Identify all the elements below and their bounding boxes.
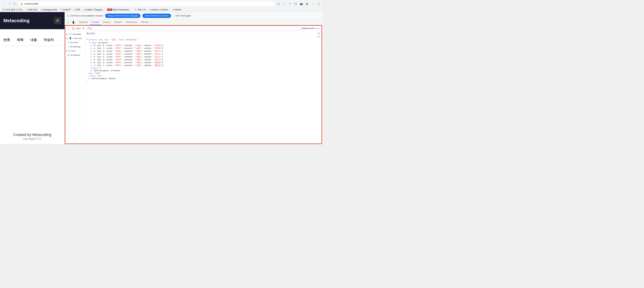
- forward-button[interactable]: →: [7, 1, 12, 6]
- body-array-line[interactable]: ▼ body: Array(8): [85, 42, 322, 44]
- verbose-label: No verbose: [70, 54, 80, 56]
- context-selector[interactable]: top ▾: [76, 27, 80, 30]
- clear-console[interactable]: 🚫: [71, 26, 75, 30]
- array-item-6[interactable]: ▶ 6: {id: 2, title: '제목2', content: '내용2…: [85, 61, 322, 64]
- array-item-5[interactable]: ▶ 5: {id: 3, title: '제목3', content: '내용3…: [85, 58, 322, 61]
- mobile-icon[interactable]: 📱: [71, 20, 76, 25]
- msg-value: "성공": [94, 72, 101, 74]
- sidebar-user-messages[interactable]: ▶ 👤 2 user mes...: [65, 36, 85, 40]
- inspector-icon[interactable]: ⬚: [66, 20, 70, 25]
- bookmark-github[interactable]: ⊙ GitHub: [172, 8, 183, 12]
- tab-elements[interactable]: Elements: [77, 20, 90, 25]
- bookmark-label: kdit-2024: [29, 9, 37, 11]
- item-6-text: 6: {id: 2, title: '제목2', content: '내용2',…: [94, 61, 163, 64]
- expand-btn-5[interactable]: ▶: [91, 59, 92, 61]
- info-icon: ℹ: [68, 14, 68, 18]
- sidebar-warnings[interactable]: △ No warnings: [65, 45, 85, 49]
- bookmark-icon[interactable]: ☆: [282, 1, 286, 6]
- expand-btn-3[interactable]: ▶: [91, 53, 92, 55]
- playground-icon: ⬡: [84, 9, 85, 11]
- bookmark-chatgpt[interactable]: ✦ ChatGPT: [59, 8, 72, 12]
- length-line: length: 8: [85, 67, 322, 69]
- bookmark-playground[interactable]: ⬡ Untitled - Playgrou...: [82, 8, 105, 12]
- console-prompt[interactable]: ›: [85, 80, 322, 83]
- hamburger-button[interactable]: ☰: [54, 17, 61, 24]
- tab-memory[interactable]: Memory: [139, 20, 150, 25]
- array-item-7[interactable]: ▶ 7: {id: 1, title: '제목1', content: '내용1…: [85, 64, 322, 67]
- levels-selector[interactable]: Default levels ▾: [302, 27, 315, 30]
- expand-btn-0[interactable]: ▶: [91, 45, 92, 47]
- expand-btn-body[interactable]: ▼: [89, 42, 90, 44]
- sidebar-info[interactable]: ▶ ℹ 2 info: [65, 49, 85, 53]
- bookmark-maven[interactable]: MVN Maven Repository:...: [106, 8, 132, 12]
- expand-btn-1[interactable]: ▶: [91, 48, 92, 49]
- prototype-obj-line[interactable]: ▶ [[Prototype]]: Object: [85, 77, 322, 80]
- address-bar[interactable]: 🔒 localhost:8080: [18, 1, 275, 6]
- tab-console[interactable]: Console: [90, 20, 101, 25]
- bookmark-naver[interactable]: N 스프링 블로그 프로...: [1, 8, 25, 12]
- sidebar-toggle[interactable]: ⬚: [66, 26, 70, 30]
- ryuten-icon: ●: [74, 9, 76, 11]
- array-item-3[interactable]: ▶ 3: {id: 5, title: '제목5', content: '내용5…: [85, 53, 322, 55]
- more-tabs[interactable]: »: [150, 20, 153, 25]
- sidebar-messages[interactable]: ▶ ≡ 2 messages: [65, 32, 85, 36]
- sidebar-errors[interactable]: ✕ No errors: [65, 40, 85, 45]
- bookmark-label: Untitled - Playgrou...: [86, 9, 104, 11]
- array-item-0[interactable]: ▶ 0: {id: 8, title: '제목8', content: '내용8…: [85, 44, 322, 47]
- tab-performance[interactable]: Performance: [124, 20, 139, 25]
- filter-input[interactable]: [86, 27, 301, 30]
- sidebar-verbose[interactable]: ⚙ No verbose: [65, 53, 85, 57]
- nav-buttons: ← → ↺: [1, 1, 17, 6]
- bookmark-coding[interactable]: ⊙ codingspecialist: [40, 8, 58, 12]
- always-match-button[interactable]: Always match Chrome's language: [105, 14, 140, 18]
- context-dropdown-icon: ▾: [80, 27, 80, 30]
- bookmark-kdit[interactable]: ⊙ kdit-2024: [26, 8, 38, 12]
- extensions-icon[interactable]: 🧩: [304, 1, 309, 6]
- coderyu-icon: ≡: [149, 9, 150, 11]
- bookmark-ryuten[interactable]: ● 뤼튼: [73, 8, 81, 12]
- expand-btn-2[interactable]: ▶: [91, 50, 92, 52]
- source-link-1[interactable]: (id: [317, 32, 320, 34]
- pen-icon[interactable]: ✏: [288, 1, 292, 6]
- expand-arrow5: ▶: [66, 50, 68, 52]
- window-icon[interactable]: ⬜: [316, 1, 321, 6]
- dont-show-button[interactable]: Don't show again: [173, 14, 194, 18]
- expand-btn-4[interactable]: ▶: [91, 56, 92, 58]
- media-icon[interactable]: [=]: [293, 1, 298, 6]
- console-obj-root[interactable]: ▼ {status: 200, msg: '성공', body: Array(8…: [85, 38, 322, 42]
- bookmark-label: codingspecialist: [43, 9, 57, 11]
- expand-btn-proto-obj[interactable]: ▶: [89, 78, 90, 80]
- tab-network[interactable]: Network: [112, 20, 124, 25]
- console-sidebar: ▶ ≡ 2 messages ▶ 👤 2 user mes... ✕ No er…: [65, 31, 85, 143]
- source-link-2[interactable]: (id: [317, 36, 320, 38]
- tab-sources[interactable]: Sources: [101, 20, 112, 25]
- msg-line: msg: "성공": [85, 72, 322, 75]
- footer-title: Created by Metacoding: [3, 133, 61, 137]
- info-label: 2 info: [71, 50, 75, 52]
- expand-btn-7[interactable]: ▶: [91, 65, 92, 67]
- screenshot-icon[interactable]: 📷: [299, 1, 304, 6]
- expand-btn-root[interactable]: ▼: [87, 39, 88, 40]
- expand-arrow2: ▶: [66, 37, 68, 39]
- bookmark-devnotes[interactable]: 🔧 개발 노트: [133, 8, 147, 12]
- eye-icon[interactable]: 👁: [82, 26, 85, 30]
- array-item-1[interactable]: ▶ 1: {id: 7, title: '제목7', content: '내용7…: [85, 47, 322, 50]
- reload-button[interactable]: ↺: [12, 1, 17, 6]
- search-icon[interactable]: 🔍: [276, 1, 281, 6]
- col-title: 제목: [17, 38, 24, 42]
- browser-toolbar: ← → ↺ 🔒 localhost:8080 🔍 ☆ ✏ [=] 📷 🧩 ⋮ ⬜: [0, 0, 322, 8]
- prototype-array-line[interactable]: ▶ [[Prototype]]: Array(0): [85, 69, 322, 72]
- item-3-text: 3: {id: 5, title: '제목5', content: '내용5',…: [94, 53, 163, 55]
- array-item-2[interactable]: ▶ 2: {id: 6, title: '제목6', content: '내용6…: [85, 50, 322, 53]
- expand-btn-6[interactable]: ▶: [91, 62, 92, 64]
- bookmark-label: 개발 노트: [137, 8, 146, 11]
- array-item-4[interactable]: ▶ 4: {id: 4, title: '제목4', content: '내용4…: [85, 55, 322, 58]
- console-line-empty: (id: [85, 35, 322, 38]
- menu-icon[interactable]: ⋮: [310, 1, 315, 6]
- bookmark-coderyu[interactable]: ≡ coderyu1 | Dashbo...: [148, 8, 171, 12]
- url-text: localhost:8080: [24, 3, 38, 5]
- switch-korean-button[interactable]: Switch DevTools to Korean: [142, 14, 171, 18]
- back-button[interactable]: ←: [1, 1, 6, 6]
- expand-btn-proto-arr[interactable]: ▶: [91, 70, 92, 72]
- status-value: 200: [98, 75, 102, 77]
